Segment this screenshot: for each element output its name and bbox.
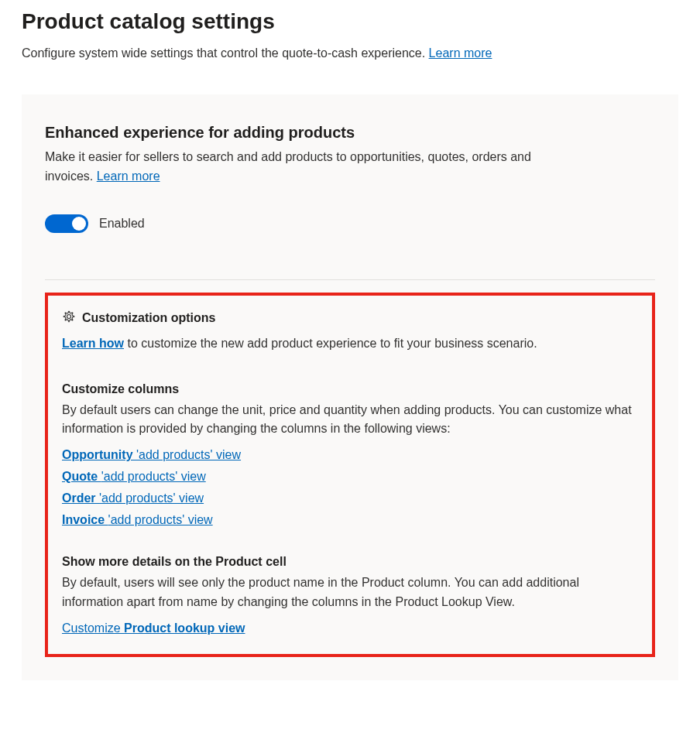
enhanced-toggle-row: Enabled xyxy=(45,214,655,233)
page-root: Product catalog settings Configure syste… xyxy=(0,0,700,680)
link-bold-part: Quote xyxy=(62,470,101,483)
link-bold-part: Order xyxy=(62,491,99,505)
settings-panel: Enhanced experience for adding products … xyxy=(22,94,678,680)
toggle-knob xyxy=(72,217,86,231)
learn-how-link[interactable]: Learn how xyxy=(62,337,124,350)
enhanced-title: Enhanced experience for adding products xyxy=(45,124,655,142)
page-subtitle: Configure system wide settings that cont… xyxy=(22,46,678,60)
link-rest-part: 'add products' view xyxy=(99,491,204,505)
learn-more-link[interactable]: Learn more xyxy=(429,46,492,60)
customize-link-prefix: Customize xyxy=(62,621,124,635)
enhanced-desc: Make it easier for sellers to search and… xyxy=(45,148,556,187)
page-title: Product catalog settings xyxy=(22,9,678,34)
gear-icon xyxy=(62,310,76,327)
order-add-products-view-link[interactable]: Order 'add products' view xyxy=(62,491,638,505)
enhanced-learn-more-link[interactable]: Learn more xyxy=(97,169,160,183)
link-bold-part: Opportunity xyxy=(62,448,136,461)
page-subtitle-text: Configure system wide settings that cont… xyxy=(22,46,429,60)
enhanced-toggle-label: Enabled xyxy=(99,217,145,231)
customization-header: Customization options xyxy=(62,310,638,327)
divider xyxy=(45,279,655,280)
enhanced-toggle[interactable] xyxy=(45,214,88,233)
product-cell-desc: By default, users will see only the prod… xyxy=(62,573,638,612)
customization-desc-rest: to customize the new add product experie… xyxy=(124,337,537,350)
product-cell-heading: Show more details on the Product cell xyxy=(62,555,638,569)
invoice-add-products-view-link[interactable]: Invoice 'add products' view xyxy=(62,513,638,527)
customize-columns-heading: Customize columns xyxy=(62,382,638,396)
link-rest-part: 'add products' view xyxy=(108,513,213,526)
link-rest-part: 'add products' view xyxy=(101,470,206,483)
customization-title: Customization options xyxy=(82,311,215,325)
customization-highlight-box: Customization options Learn how to custo… xyxy=(45,293,655,657)
customize-product-lookup-view-link[interactable]: Customize Product lookup view xyxy=(62,621,245,635)
svg-point-0 xyxy=(67,314,71,318)
view-links-list: Opportunity 'add products' view Quote 'a… xyxy=(62,448,638,527)
customization-desc: Learn how to customize the new add produ… xyxy=(62,334,638,353)
link-bold-part: Invoice xyxy=(62,513,108,526)
quote-add-products-view-link[interactable]: Quote 'add products' view xyxy=(62,470,638,484)
customize-columns-desc: By default users can change the unit, pr… xyxy=(62,401,638,440)
opportunity-add-products-view-link[interactable]: Opportunity 'add products' view xyxy=(62,448,638,462)
link-rest-part: 'add products' view xyxy=(136,448,241,461)
customize-link-bold: Product lookup view xyxy=(124,621,245,635)
